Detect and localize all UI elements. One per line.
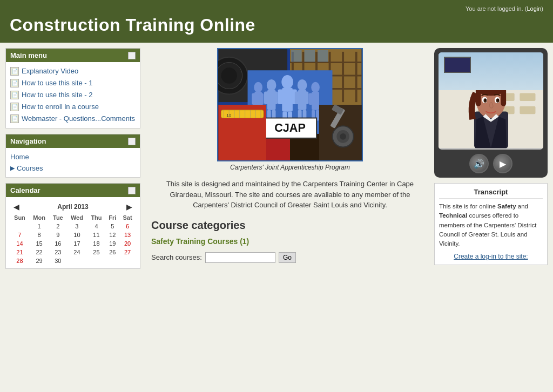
doc-icon-3: 📄 (10, 91, 19, 99)
svg-rect-19 (318, 50, 328, 62)
menu-item-webmaster[interactable]: 📄 Webmaster - Questions...Comments (10, 113, 136, 125)
svg-point-91 (497, 99, 499, 101)
main-content: CJAP 10 (146, 48, 434, 263)
calendar-next-button[interactable]: ▶ (126, 202, 132, 211)
calendar-day-cell[interactable]: 26 (105, 248, 119, 256)
cal-fri: Fri (105, 213, 119, 222)
menu-item-explanatory-video[interactable]: 📄 Explanatory Video (10, 65, 136, 77)
login-status-text: You are not logged in. (466, 5, 523, 12)
svg-rect-35 (278, 90, 283, 104)
doc-icon-2: 📄 (10, 79, 19, 87)
calendar-day-cell (10, 222, 29, 231)
calendar-day-cell[interactable]: 25 (87, 248, 105, 256)
svg-point-33 (281, 75, 293, 89)
cjap-image: CJAP 10 (217, 48, 363, 161)
cal-mon: Mon (29, 213, 49, 222)
calendar-day-cell[interactable]: 4 (87, 222, 105, 231)
cal-tue: Tue (49, 213, 66, 222)
calendar-day-cell[interactable]: 9 (49, 231, 66, 239)
left-sidebar: Main menu 📄 Explanatory Video 📄 How to u… (5, 48, 140, 274)
transcript-title: Transcript (439, 188, 543, 199)
svg-point-45 (311, 82, 320, 93)
calendar-day-cell[interactable]: 6 (119, 222, 136, 231)
search-courses-input[interactable] (205, 252, 275, 263)
nav-courses[interactable]: ▶ Courses (10, 163, 136, 174)
calendar-day-cell[interactable]: 19 (105, 239, 119, 248)
svg-rect-48 (315, 93, 319, 105)
calendar-day-cell[interactable]: 29 (29, 256, 49, 265)
svg-rect-47 (308, 93, 313, 105)
site-title: Construction Training Online (10, 15, 543, 35)
calendar-day-cell[interactable]: 21 (10, 248, 29, 256)
navigation-heading: Navigation (6, 134, 140, 148)
calendar-day-cell[interactable]: 22 (29, 248, 49, 256)
svg-point-6 (221, 67, 237, 83)
cjap-image-container: CJAP 10 (151, 48, 429, 171)
svg-rect-29 (264, 91, 269, 104)
calendar-day-cell[interactable]: 14 (10, 239, 29, 248)
calendar-day-cell[interactable]: 16 (49, 239, 66, 248)
calendar-day-cell[interactable]: 23 (49, 248, 66, 256)
search-courses-label: Search courses: (151, 253, 202, 261)
transcript-login-link[interactable]: Create a log-in to the site: (439, 253, 543, 260)
svg-point-90 (485, 99, 487, 101)
calendar-month-year: April 2013 (57, 203, 88, 211)
calendar-day-cell[interactable]: 8 (29, 231, 49, 239)
calendar-block: Calendar ◀ April 2013 ▶ Sun Mon Tue Wed (5, 183, 140, 269)
login-bar: You are not logged in. (Login) (10, 5, 543, 12)
main-menu-toggle[interactable] (128, 52, 136, 59)
right-sidebar: 🔊 ▶ Transcript This site is for online S… (434, 48, 548, 265)
calendar-day-cell[interactable]: 7 (10, 231, 29, 239)
avatar-play-button[interactable]: ▶ (493, 154, 512, 173)
course-category-safety[interactable]: Safety Training Courses (1) (151, 237, 429, 246)
login-link[interactable]: Login (527, 5, 541, 12)
svg-point-27 (267, 79, 276, 91)
nav-home[interactable]: Home (10, 151, 136, 163)
transcript-panel: Transcript This site is for online Safet… (434, 183, 548, 265)
calendar-week-row: 123456 (10, 222, 136, 231)
doc-icon-4: 📄 (10, 103, 19, 111)
svg-rect-41 (295, 91, 300, 104)
calendar-day-cell (66, 256, 87, 265)
svg-rect-23 (252, 93, 256, 105)
navigation-toggle[interactable] (128, 138, 136, 145)
svg-rect-79 (520, 106, 535, 114)
calendar-toggle[interactable] (128, 187, 136, 194)
calendar-day-cell[interactable]: 1 (29, 222, 49, 231)
svg-rect-34 (282, 88, 293, 112)
calendar-day-cell[interactable]: 10 (66, 231, 87, 239)
course-categories-heading: Course categories (151, 219, 429, 232)
calendar-prev-button[interactable]: ◀ (14, 202, 19, 211)
calendar-day-cell[interactable]: 12 (105, 231, 119, 239)
calendar-day-cell[interactable]: 20 (119, 239, 136, 248)
calendar-day-cell[interactable]: 18 (87, 239, 105, 248)
calendar-day-cell (87, 256, 105, 265)
calendar-day-cell[interactable]: 24 (66, 248, 87, 256)
svg-rect-42 (304, 91, 309, 104)
search-courses-button[interactable]: Go (279, 252, 296, 263)
calendar-table: Sun Mon Tue Wed Thu Fri Sat 123456789101… (10, 213, 136, 265)
calendar-day-cell[interactable]: 2 (49, 222, 66, 231)
courses-arrow-icon: ▶ (10, 165, 15, 172)
calendar-day-cell[interactable]: 5 (105, 222, 119, 231)
calendar-day-cell[interactable]: 30 (49, 256, 66, 265)
calendar-day-cell[interactable]: 15 (29, 239, 49, 248)
svg-point-21 (254, 82, 262, 93)
calendar-day-cell (105, 256, 119, 265)
menu-item-enroll[interactable]: 📄 How to enroll in a course (10, 101, 136, 113)
menu-item-how-to-use-1[interactable]: 📄 How to use this site - 1 (10, 77, 136, 89)
avatar-sound-button[interactable]: 🔊 (469, 154, 489, 173)
main-menu-body: 📄 Explanatory Video 📄 How to use this si… (6, 62, 140, 128)
calendar-nav: ◀ April 2013 ▶ (10, 200, 136, 213)
svg-rect-18 (304, 50, 315, 62)
calendar-day-cell[interactable]: 28 (10, 256, 29, 265)
svg-point-69 (340, 133, 346, 140)
calendar-day-cell[interactable]: 27 (119, 248, 136, 256)
calendar-day-cell[interactable]: 13 (119, 231, 136, 239)
menu-item-how-to-use-2[interactable]: 📄 How to use this site - 2 (10, 89, 136, 101)
avatar-controls: 🔊 ▶ (439, 154, 543, 173)
calendar-day-cell[interactable]: 17 (66, 239, 87, 248)
calendar-day-cell[interactable]: 11 (87, 231, 105, 239)
calendar-day-cell[interactable]: 3 (66, 222, 87, 231)
avatar-background (439, 52, 543, 150)
